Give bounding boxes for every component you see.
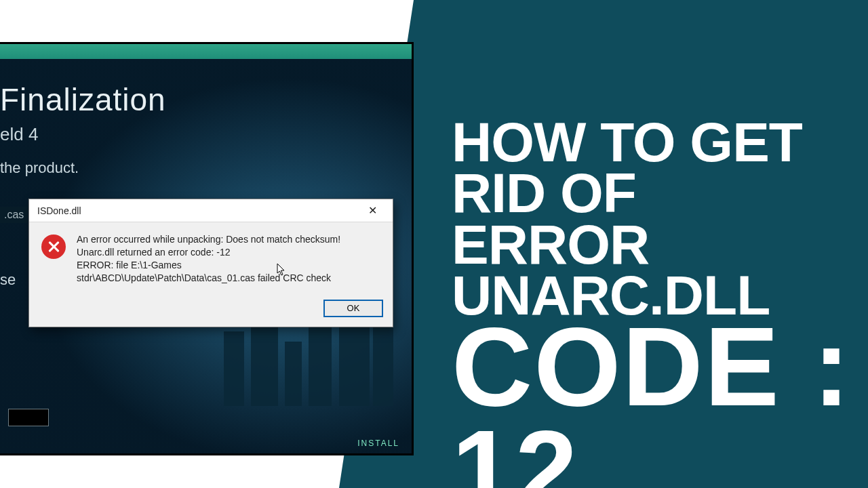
installer-path-fragment: .cas <box>0 207 28 223</box>
dialog-body: An error occurred while unpacking: Does … <box>29 222 393 294</box>
ok-button[interactable]: OK <box>323 300 383 317</box>
skyline-shape <box>373 325 393 406</box>
skyline-shape <box>309 318 332 406</box>
dialog-line: An error occurred while unpacking: Does … <box>77 233 340 246</box>
installer-subtitle: eld 4 <box>0 124 38 145</box>
dialog-message: An error occurred while unpacking: Does … <box>77 233 340 285</box>
headline-line-1: HOW TO GET RID OF <box>452 117 868 219</box>
screenshot-frame: Finalization eld 4 the product. .cas se … <box>0 42 414 455</box>
dialog-line: ERROR: file E:\1-Games <box>77 259 340 272</box>
dialog-title: ISDone.dll <box>37 205 81 216</box>
headline-panel: HOW TO GET RID OF ERROR UNARC.DLL CODE :… <box>414 0 868 488</box>
installer-topbar <box>0 44 412 59</box>
dialog-button-row: OK <box>29 294 393 327</box>
dialog-titlebar[interactable]: ISDone.dll ✕ <box>29 199 393 222</box>
dialog-line: stdr\ABCD\Update\Patch\Data\cas_01.cas f… <box>77 272 340 285</box>
close-icon: ✕ <box>368 204 377 217</box>
install-button[interactable]: INSTALL <box>357 439 399 448</box>
error-dialog: ISDone.dll ✕ An error occurred while unp… <box>28 199 393 327</box>
headline-text: HOW TO GET RID OF ERROR UNARC.DLL CODE :… <box>452 117 868 488</box>
dialog-line: Unarc.dll returned an error code: -12 <box>77 246 340 259</box>
installer-secondary-fragment: se <box>0 271 16 289</box>
installer-status-line: the product. <box>0 159 79 177</box>
skyline-shape <box>285 342 302 406</box>
headline-line-3: CODE : 12 <box>452 316 868 488</box>
skyline-shape <box>224 331 244 406</box>
installer-progress-box <box>8 409 49 426</box>
installer-stage-title: Finalization <box>0 81 166 118</box>
close-button[interactable]: ✕ <box>357 202 387 220</box>
error-icon <box>41 235 66 259</box>
